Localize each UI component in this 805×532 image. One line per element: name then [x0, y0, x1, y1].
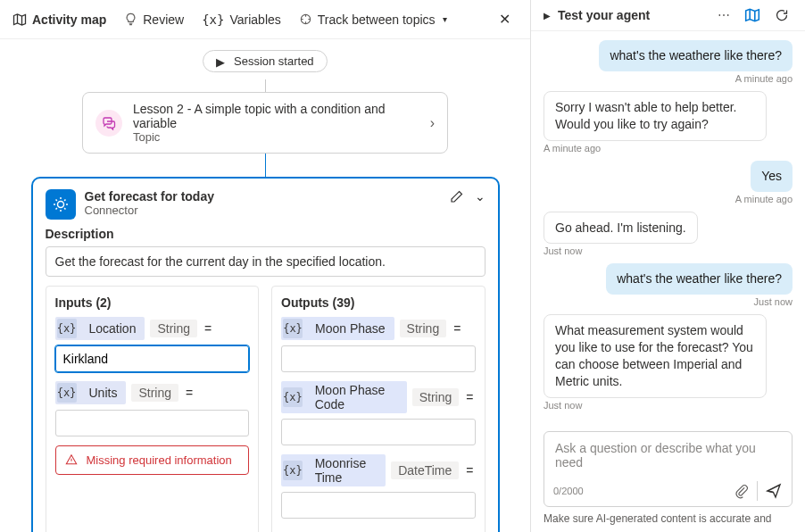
chat-input[interactable]	[553, 439, 783, 475]
map-icon[interactable]	[741, 7, 764, 23]
warning-icon	[65, 453, 78, 466]
lesson-topic-card[interactable]: Lesson 2 - A simple topic with a conditi…	[82, 92, 448, 154]
message-timestamp: A minute ago	[735, 194, 793, 204]
session-started-label: Session started	[234, 54, 314, 68]
attach-icon[interactable]	[734, 483, 750, 499]
map-icon	[12, 12, 27, 27]
output-name: Moonrise Time	[308, 456, 384, 485]
collapse-icon[interactable]: ▶	[544, 11, 551, 21]
output-value-moon-phase-code[interactable]	[281, 419, 476, 445]
chevron-right-icon: ›	[430, 115, 435, 131]
user-message: what's the weather like there?Just now	[544, 263, 793, 307]
description-label: Description	[46, 227, 485, 241]
chevron-down-icon: ▾	[443, 14, 447, 24]
equals-sign: =	[203, 321, 213, 336]
close-button[interactable]: ✕	[492, 7, 518, 31]
input-value-units[interactable]	[55, 410, 250, 436]
chat-input-box: 0/2000	[544, 431, 793, 507]
tab-track-between-topics[interactable]: Track between topics ▾	[299, 12, 447, 27]
output-name: Moon Phase Code	[308, 383, 405, 411]
variable-badge-icon: {x}	[283, 319, 303, 338]
bulb-icon	[124, 12, 137, 26]
input-name: Units	[82, 386, 125, 400]
track-icon	[299, 12, 312, 26]
message-timestamp: Just now	[754, 296, 793, 307]
variable-badge-icon: {x}	[57, 383, 77, 403]
output-param-moon-phase: {x} Moon Phase String =	[281, 317, 476, 340]
bot-message: Go ahead. I'm listening.Just now	[544, 212, 793, 257]
outputs-panel: Outputs (39) {x} Moon Phase String = {x}	[271, 286, 485, 532]
chat-header: ▶ Test your agent ⋯	[531, 0, 805, 31]
connector-line-active	[265, 154, 266, 177]
type-chip: String	[131, 384, 178, 402]
send-button[interactable]	[765, 482, 783, 500]
chat-title: Test your agent	[558, 8, 707, 22]
activity-canvas[interactable]: ▶ Session started Lesson 2 - A simple to…	[0, 39, 530, 532]
refresh-icon[interactable]	[771, 8, 793, 22]
equals-sign: =	[184, 386, 195, 400]
error-text: Missing required information	[87, 453, 232, 467]
activity-map-panel: Activity map Review {x} Variables Track …	[0, 0, 531, 532]
connector-line	[265, 79, 266, 92]
lesson-title: Lesson 2 - A simple topic with a conditi…	[133, 102, 419, 130]
bot-message: Sorry I wasn't able to help better. Woul…	[544, 91, 793, 154]
message-timestamp: A minute ago	[544, 143, 601, 154]
message-timestamp: Just now	[544, 245, 582, 256]
bot-message: What measurement system would you like t…	[544, 314, 793, 411]
equals-sign: =	[464, 463, 475, 478]
message-timestamp: Just now	[544, 400, 582, 411]
tab-review-label: Review	[143, 12, 184, 27]
tab-review[interactable]: Review	[124, 12, 184, 27]
input-name: Location	[82, 321, 144, 336]
output-name: Moon Phase	[308, 321, 393, 336]
input-value-location[interactable]	[55, 345, 250, 372]
tab-activity-map[interactable]: Activity map	[12, 12, 106, 27]
output-value-moon-phase[interactable]	[281, 345, 476, 372]
inputs-panel: Inputs (2) {x} Location String = {x}	[46, 286, 260, 532]
variable-badge-icon: {x}	[57, 319, 77, 338]
input-param-location: {x} Location String =	[55, 317, 250, 340]
equals-sign: =	[452, 321, 462, 336]
tab-variables-label: Variables	[229, 12, 280, 27]
description-box: Get the forecast for the current day in …	[46, 246, 485, 277]
message-bubble: Go ahead. I'm listening.	[544, 212, 698, 245]
play-icon: ▶	[216, 55, 225, 69]
message-bubble: Yes	[751, 161, 793, 192]
message-bubble: what's the weather like there?	[606, 263, 793, 295]
ai-disclaimer: Make sure AI-generated content is accura…	[531, 511, 805, 532]
input-param-units: {x} Units String =	[55, 381, 250, 404]
lesson-subtitle: Topic	[133, 130, 419, 144]
tab-track-label: Track between topics	[318, 12, 436, 27]
tab-activity-map-label: Activity map	[32, 12, 106, 27]
activity-toolbar: Activity map Review {x} Variables Track …	[0, 0, 530, 39]
outputs-header: Outputs (39)	[281, 295, 476, 310]
char-counter: 0/2000	[553, 486, 584, 496]
message-bubble: What measurement system would you like t…	[544, 314, 767, 398]
inputs-header: Inputs (2)	[55, 295, 250, 310]
node-subtitle: Connector	[85, 204, 214, 217]
forecast-connector-node[interactable]: Get forecast for today Connector ⌄ Descr…	[31, 177, 500, 532]
message-bubble: Sorry I wasn't able to help better. Woul…	[544, 91, 767, 141]
node-title: Get forecast for today	[85, 189, 214, 204]
braces-icon: {x}	[202, 12, 224, 27]
session-started-pill[interactable]: ▶ Session started	[203, 50, 327, 72]
variable-badge-icon: {x}	[283, 461, 303, 480]
type-chip: String	[150, 320, 197, 337]
output-param-moon-phase-code: {x} Moon Phase Code String =	[281, 381, 476, 413]
variable-badge-icon: {x}	[283, 387, 303, 407]
sun-icon	[46, 189, 76, 220]
more-icon[interactable]: ⋯	[714, 8, 734, 22]
tab-variables[interactable]: {x} Variables	[202, 12, 281, 27]
message-timestamp: A minute ago	[735, 73, 793, 84]
chat-transcript[interactable]: what's the weathere like there?A minute …	[531, 31, 805, 424]
edit-icon[interactable]	[450, 189, 464, 204]
output-value-moonrise-time[interactable]	[281, 492, 476, 519]
user-message: YesA minute ago	[544, 161, 793, 204]
missing-required-error: Missing required information	[55, 445, 250, 475]
divider	[757, 481, 758, 501]
type-chip: String	[400, 320, 447, 337]
svg-point-1	[57, 202, 63, 208]
chevron-down-icon[interactable]: ⌄	[475, 189, 485, 204]
message-bubble: what's the weathere like there?	[599, 40, 793, 71]
equals-sign: =	[464, 390, 475, 404]
